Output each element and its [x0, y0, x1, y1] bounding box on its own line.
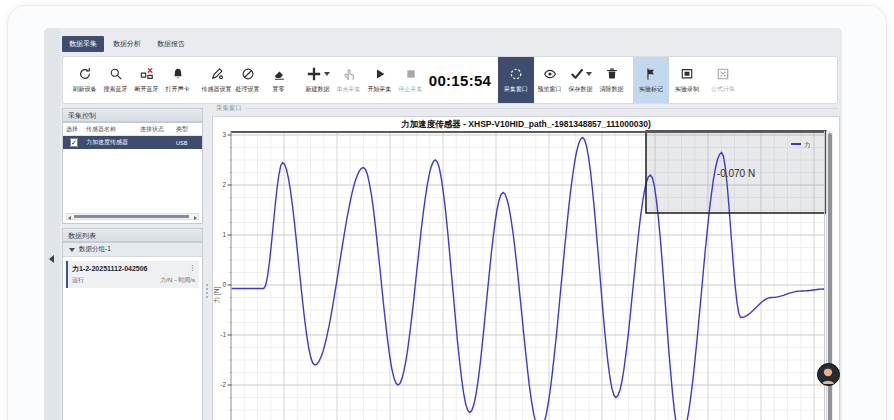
toolbar-button-eraser[interactable]: 置零 [263, 57, 294, 103]
scroll-left-icon[interactable] [68, 216, 71, 220]
tab-2[interactable]: 数据分析 [106, 36, 148, 52]
toolbar-button-formula[interactable]: 公式计算 [705, 57, 741, 103]
toolbar-button-check[interactable]: 保存数据 [565, 57, 596, 103]
toolbar-button-label: 停止采集 [399, 85, 423, 94]
y-tick-label: 2 [222, 181, 226, 188]
bluetooth-off-icon [140, 67, 154, 81]
column-header: 类型 [176, 125, 202, 134]
y-tick-label: 1 [222, 231, 226, 238]
chevron-down-icon[interactable] [324, 72, 330, 76]
column-header: 选择 [66, 125, 86, 134]
toolbar-button-bluetooth-off[interactable]: 断开蓝牙 [131, 57, 162, 103]
data-group-row[interactable]: 数据分组-1 [63, 243, 202, 257]
sensor-name: 力加速度传感器 [86, 138, 140, 147]
check-icon [570, 67, 584, 81]
toolbar-button-plus[interactable]: 新建数据 [302, 57, 333, 103]
eraser-icon [272, 67, 286, 81]
toolbar-button-label: 开始采集 [368, 85, 392, 94]
toolbar-button-label: 断开蓝牙 [135, 85, 159, 94]
force-time-plot: -0.070 N3210-1-2力 [N]力 [213, 117, 841, 420]
toolbar-button-label: 刷新设备 [73, 85, 97, 94]
toolbar-button-bell[interactable]: 打开声卡 [162, 57, 193, 103]
hscroll-thumb[interactable] [74, 215, 189, 218]
tab-3[interactable]: 数据报告 [150, 36, 192, 52]
data-group-label: 数据分组-1 [79, 245, 111, 254]
collection-control-title: 采集控制 [68, 112, 96, 119]
stop-icon [404, 67, 418, 81]
data-item-axes: 力/N－时间/s [160, 276, 195, 285]
formula-icon [716, 67, 730, 81]
sensor-icon [210, 67, 224, 81]
toolbar-button-label: 保存数据 [569, 85, 593, 94]
data-list-card: 数据分组-1力1-2-20251112-042506运行力/N－时间/s⋮ [62, 242, 203, 420]
toolbar-button-refresh[interactable]: 刷新设备 [69, 57, 100, 103]
sensor-table-card: 选择传感器名称连接状态类型✓力加速度传感器USB [62, 122, 203, 224]
eye-icon [543, 67, 557, 81]
data-list-title: 数据列表 [68, 232, 96, 239]
left-collapse-strip [44, 28, 60, 420]
dashed-circle-icon [509, 67, 523, 81]
elapsed-timer-display: 00:15:54 [428, 72, 492, 89]
toolbar-button-label: 实验录制 [675, 85, 699, 94]
toolbar: 刷新设备搜索蓝牙断开蓝牙打开声卡传感器设置处理设置置零新建数据单点采集开始采集停… [62, 56, 838, 104]
y-tick-label: -1 [220, 331, 226, 338]
trash-icon [605, 67, 619, 81]
bell-icon [171, 67, 185, 81]
toolbar-button-label: 搜索蓝牙 [104, 85, 128, 94]
app-window: 数据采集数据分析数据报告 刷新设备搜索蓝牙断开蓝牙打开声卡传感器设置处理设置置零… [8, 6, 886, 420]
data-list-header: 数据列表 [62, 228, 203, 242]
slash-icon [241, 67, 255, 81]
toolbar-button-play[interactable]: 开始采集 [364, 57, 395, 103]
sensor-checkbox[interactable]: ✓ [70, 138, 78, 147]
toolbar-button-stop[interactable]: 停止采集 [395, 57, 426, 103]
y-tick-label: -2 [220, 381, 226, 388]
plus-icon [306, 66, 322, 82]
toolbar-button-hand[interactable]: 单点采集 [333, 57, 364, 103]
search-icon [109, 67, 123, 81]
toolbar-button-label: 新建数据 [306, 85, 330, 94]
collection-control-header: 采集控制 [62, 108, 203, 122]
toolbar-button-label: 置零 [273, 85, 285, 94]
main-tabs: 数据采集数据分析数据报告 [62, 36, 192, 52]
sidebar-splitter[interactable] [204, 284, 209, 298]
y-axis-label: 力 [N] [213, 287, 221, 304]
toolbar-button-label: 打开声卡 [166, 85, 190, 94]
toolbar-button-label: 实验标记 [639, 85, 663, 94]
data-item-name: 力1-2-20251112-042506 [72, 264, 195, 274]
refresh-icon [78, 67, 92, 81]
toolbar-button-label: 采集窗口 [504, 85, 528, 94]
toolbar-button-label: 清除数据 [600, 85, 624, 94]
y-tick-label: 3 [222, 131, 226, 138]
toolbar-button-trash[interactable]: 清除数据 [596, 57, 627, 103]
sensor-table-hscrollbar[interactable] [66, 213, 199, 220]
toolbar-button-slash[interactable]: 处理设置 [232, 57, 263, 103]
capture-window-group-label: 采集窗口 [216, 104, 242, 113]
toolbar-button-snapshot[interactable]: 实验标记 [633, 57, 669, 103]
item-menu-icon[interactable]: ⋮ [189, 264, 196, 271]
person-icon [818, 364, 838, 384]
toolbar-button-search[interactable]: 搜索蓝牙 [100, 57, 131, 103]
collapse-panel-arrow-icon[interactable] [49, 255, 54, 263]
assistant-avatar-button[interactable] [817, 363, 840, 386]
sensor-row[interactable]: ✓力加速度传感器USB [63, 136, 202, 149]
chevron-down-icon[interactable] [586, 72, 592, 76]
toolbar-button-label: 传感器设置 [202, 85, 232, 94]
toolbar-button-dashed-circle[interactable]: 采集窗口 [498, 57, 534, 103]
toolbar-button-record[interactable]: 实验录制 [669, 57, 705, 103]
sensor-table-header: 选择传感器名称连接状态类型 [63, 123, 202, 136]
play-icon [373, 67, 387, 81]
window-right-margin [842, 6, 886, 420]
toolbar-button-sensor[interactable]: 传感器设置 [201, 57, 232, 103]
chevron-down-icon [69, 248, 75, 252]
record-icon [680, 67, 694, 81]
scroll-right-icon[interactable] [194, 216, 197, 220]
toolbar-button-label: 预览窗口 [538, 85, 562, 94]
data-list-item[interactable]: 力1-2-20251112-042506运行力/N－时间/s⋮ [66, 261, 199, 288]
sensor-type: USB [176, 140, 202, 146]
y-tick-label: 0 [222, 281, 226, 288]
tab-1[interactable]: 数据采集 [62, 36, 104, 52]
annotation-value: -0.070 N [717, 168, 755, 179]
column-header: 连接状态 [140, 125, 176, 134]
toolbar-button-eye[interactable]: 预览窗口 [534, 57, 565, 103]
snapshot-icon [644, 67, 658, 81]
